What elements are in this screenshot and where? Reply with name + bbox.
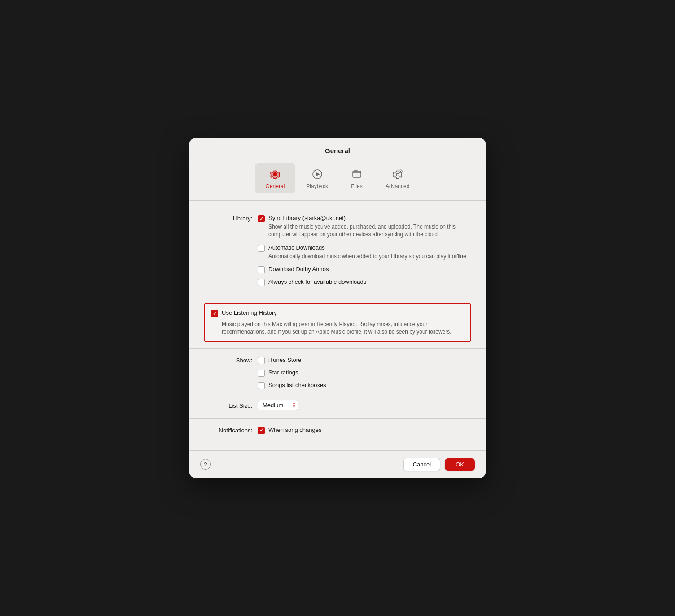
settings-content: Library: Sync Library (starka@ukr.net) S… bbox=[189, 201, 486, 443]
sync-library-desc: Show all the music you've added, purchas… bbox=[268, 223, 471, 238]
footer-left: ? bbox=[200, 459, 399, 470]
check-downloads-row: Always check for available downloads bbox=[258, 278, 471, 286]
dolby-atmos-checkbox[interactable] bbox=[258, 266, 265, 273]
listening-history-desc: Music played on this Mac will appear in … bbox=[222, 321, 464, 336]
auto-downloads-desc: Automatically download music when added … bbox=[268, 253, 471, 260]
auto-downloads-label: Automatic Downloads bbox=[268, 244, 325, 252]
ok-button[interactable]: OK bbox=[445, 458, 475, 471]
listening-history-checkbox[interactable] bbox=[211, 310, 218, 317]
svg-point-3 bbox=[396, 173, 399, 176]
list-size-row: List Size: Small Medium Large ▲ ▼ bbox=[189, 396, 486, 414]
library-label: Library: bbox=[204, 214, 258, 222]
dolby-atmos-label: Download Dolby Atmos bbox=[268, 265, 329, 273]
dialog-footer: ? Cancel OK bbox=[189, 450, 486, 478]
tab-files[interactable]: Files bbox=[339, 163, 375, 193]
itunes-store-label: iTunes Store bbox=[268, 356, 301, 364]
sync-library-row: Sync Library (starka@ukr.net) bbox=[258, 214, 471, 222]
tab-playback-label: Playback bbox=[306, 183, 328, 189]
notifications-label: Notifications: bbox=[204, 426, 258, 434]
divider-3 bbox=[189, 418, 486, 419]
list-size-label: List Size: bbox=[204, 401, 258, 409]
divider-1 bbox=[189, 298, 486, 298]
star-ratings-checkbox[interactable] bbox=[258, 370, 265, 377]
tab-general-label: General bbox=[266, 183, 285, 189]
check-downloads-label: Always check for available downloads bbox=[268, 278, 366, 286]
tab-general[interactable]: General bbox=[255, 163, 296, 193]
dialog-title: General bbox=[189, 138, 486, 160]
notifications-content: When song changes bbox=[258, 426, 471, 436]
general-dialog: General General Playback bbox=[189, 138, 486, 478]
show-label: Show: bbox=[204, 356, 258, 364]
general-icon bbox=[268, 167, 282, 181]
toolbar: General Playback Files bbox=[189, 160, 486, 201]
when-song-changes-row: When song changes bbox=[258, 426, 471, 434]
library-content: Sync Library (starka@ukr.net) Show all t… bbox=[258, 214, 471, 290]
sync-library-label: Sync Library (starka@ukr.net) bbox=[268, 214, 346, 222]
songs-checkboxes-label: Songs list checkboxes bbox=[268, 381, 326, 389]
list-size-select-wrap: Small Medium Large ▲ ▼ bbox=[258, 400, 298, 410]
files-icon bbox=[350, 167, 364, 181]
svg-marker-1 bbox=[316, 172, 320, 176]
show-content: iTunes Store Star ratings So bbox=[258, 356, 471, 394]
dolby-atmos-row: Download Dolby Atmos bbox=[258, 265, 471, 273]
auto-downloads-checkbox[interactable] bbox=[258, 245, 265, 252]
itunes-store-row: iTunes Store bbox=[258, 356, 471, 364]
advanced-icon bbox=[390, 167, 405, 181]
listening-history-section: Use Listening History Music played on th… bbox=[204, 303, 471, 342]
sync-library-checkbox[interactable] bbox=[258, 215, 265, 222]
show-row: Show: iTunes Store Star ratings bbox=[189, 353, 486, 396]
list-size-select[interactable]: Small Medium Large bbox=[258, 400, 298, 410]
listening-history-label: Use Listening History bbox=[222, 309, 277, 317]
divider-2 bbox=[189, 348, 486, 349]
itunes-store-checkbox[interactable] bbox=[258, 357, 265, 364]
check-downloads-checkbox[interactable] bbox=[258, 279, 265, 286]
auto-downloads-row: Automatic Downloads bbox=[258, 244, 471, 252]
star-ratings-label: Star ratings bbox=[268, 369, 298, 377]
cancel-button[interactable]: Cancel bbox=[403, 458, 440, 471]
songs-checkboxes-checkbox[interactable] bbox=[258, 382, 265, 389]
songs-checkboxes-row: Songs list checkboxes bbox=[258, 381, 471, 389]
playback-icon bbox=[310, 167, 324, 181]
tab-playback[interactable]: Playback bbox=[295, 163, 339, 193]
notifications-row: Notifications: When song changes bbox=[189, 423, 486, 443]
svg-rect-2 bbox=[353, 171, 361, 177]
star-ratings-row: Star ratings bbox=[258, 369, 471, 377]
tab-advanced-label: Advanced bbox=[386, 183, 409, 189]
listening-history-row: Use Listening History bbox=[211, 309, 464, 317]
when-song-changes-checkbox[interactable] bbox=[258, 427, 265, 434]
help-button[interactable]: ? bbox=[200, 459, 211, 470]
tab-advanced[interactable]: Advanced bbox=[375, 163, 420, 193]
when-song-changes-label: When song changes bbox=[268, 426, 322, 434]
tab-files-label: Files bbox=[351, 183, 362, 189]
library-row: Library: Sync Library (starka@ukr.net) S… bbox=[189, 211, 486, 293]
